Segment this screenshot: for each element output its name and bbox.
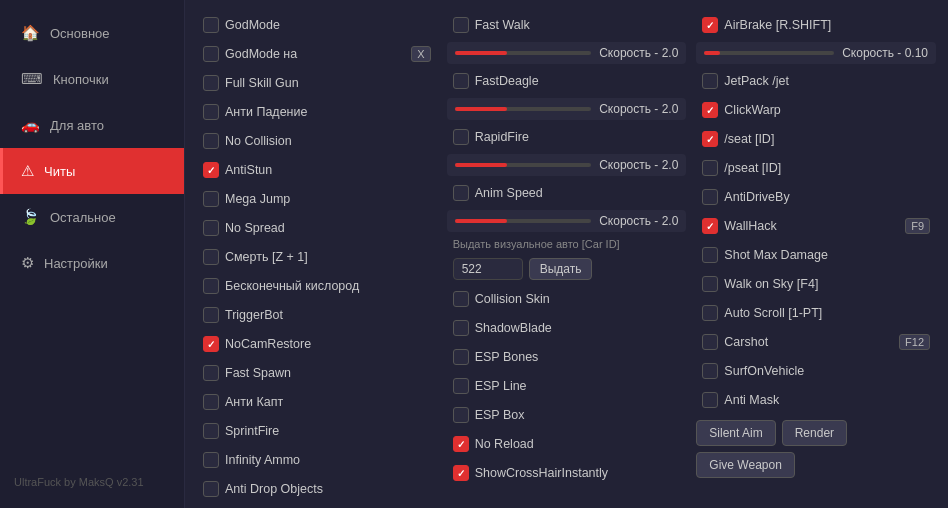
cheat-row-anti-mask[interactable]: Anti Mask (696, 387, 936, 413)
slider-row-speed5[interactable]: Скорость - 0.10 (696, 42, 936, 64)
checkbox-anim-speed[interactable] (453, 185, 469, 201)
cheat-row-anti-fall[interactable]: Анти Падение (197, 99, 437, 125)
checkbox-godmode-na[interactable] (203, 46, 219, 62)
checkbox-oxygen[interactable] (203, 278, 219, 294)
checkbox-smert[interactable] (203, 249, 219, 265)
render-button[interactable]: Render (782, 420, 847, 446)
checkbox-esp-line[interactable] (453, 378, 469, 394)
cheat-row-rapidfire[interactable]: RapidFire (447, 124, 687, 150)
checkbox-fast-spawn[interactable] (203, 365, 219, 381)
cheat-row-clickwarp[interactable]: ClickWarp (696, 97, 936, 123)
cheat-row-pseat[interactable]: /pseat [ID] (696, 155, 936, 181)
checkbox-pseat[interactable] (702, 160, 718, 176)
cheat-row-sprintfire[interactable]: SprintFire (197, 418, 437, 444)
cheat-row-wallhack[interactable]: WallHackF9 (696, 213, 936, 239)
cheat-row-shadowblade[interactable]: ShadowBlade (447, 315, 687, 341)
checkbox-nocamrestore[interactable] (203, 336, 219, 352)
cheat-row-oxygen[interactable]: Бесконечный кислород (197, 273, 437, 299)
sidebar-item-car[interactable]: 🚗Для авто (0, 102, 184, 148)
slider-row-speed3[interactable]: Скорость - 2.0 (447, 154, 687, 176)
sidebar-item-cheats[interactable]: ⚠Читы (0, 148, 184, 194)
cheat-row-nocamrestore[interactable]: NoCamRestore (197, 331, 437, 357)
checkbox-wallhack[interactable] (702, 218, 718, 234)
checkbox-infinity-ammo[interactable] (203, 452, 219, 468)
cheat-row-no-reload[interactable]: No Reload (447, 431, 687, 457)
checkbox-godmode[interactable] (203, 17, 219, 33)
checkbox-anti-drop[interactable] (203, 481, 219, 497)
slider-bar-speed1[interactable] (455, 51, 592, 55)
cheat-row-airbrake[interactable]: AirBrake [R.SHIFT] (696, 12, 936, 38)
checkbox-shadowblade[interactable] (453, 320, 469, 336)
cheat-row-carshot[interactable]: CarshotF12 (696, 329, 936, 355)
checkbox-antistun[interactable] (203, 162, 219, 178)
checkbox-walk-on-sky[interactable] (702, 276, 718, 292)
checkbox-rapidfire[interactable] (453, 129, 469, 145)
checkbox-esp-box[interactable] (453, 407, 469, 423)
slider-bar-speed3[interactable] (455, 163, 592, 167)
cheat-row-seat[interactable]: /seat [ID] (696, 126, 936, 152)
cheat-row-esp-bones[interactable]: ESP Bones (447, 344, 687, 370)
checkbox-mega-jump[interactable] (203, 191, 219, 207)
checkbox-show-crosshair[interactable] (453, 465, 469, 481)
give-weapon-button[interactable]: Give Weapon (696, 452, 795, 478)
cheat-row-anti-drop[interactable]: Anti Drop Objects (197, 476, 437, 502)
checkbox-surf-on-vehicle[interactable] (702, 363, 718, 379)
checkbox-anti-capt[interactable] (203, 394, 219, 410)
cheat-row-shot-max[interactable]: Shot Max Damage (696, 242, 936, 268)
checkbox-esp-bones[interactable] (453, 349, 469, 365)
cheat-row-no-spread[interactable]: No Spread (197, 215, 437, 241)
checkbox-anti-fall[interactable] (203, 104, 219, 120)
checkbox-antidriveby[interactable] (702, 189, 718, 205)
checkbox-no-spread[interactable] (203, 220, 219, 236)
slider-bar-speed5[interactable] (704, 51, 834, 55)
checkbox-collision-skin[interactable] (453, 291, 469, 307)
cheat-row-godmode[interactable]: GodMode (197, 12, 437, 38)
checkbox-clickwarp[interactable] (702, 102, 718, 118)
give-car-input[interactable] (453, 258, 523, 280)
checkbox-sprintfire[interactable] (203, 423, 219, 439)
slider-row-speed4[interactable]: Скорость - 2.0 (447, 210, 687, 232)
cheat-row-collision-skin[interactable]: Collision Skin (447, 286, 687, 312)
cheat-row-fast-walk[interactable]: Fast Walk (447, 12, 687, 38)
cheat-row-anim-speed[interactable]: Anim Speed (447, 180, 687, 206)
sidebar-item-other[interactable]: 🍃Остальное (0, 194, 184, 240)
cheat-row-no-collision[interactable]: No Collision (197, 128, 437, 154)
cheat-row-jetpack[interactable]: JetPack /jet (696, 68, 936, 94)
slider-bar-speed4[interactable] (455, 219, 592, 223)
cheat-row-antidriveby[interactable]: AntiDriveBy (696, 184, 936, 210)
cheat-row-infinity-ammo[interactable]: Infinity Ammo (197, 447, 437, 473)
checkbox-full-skill-gun[interactable] (203, 75, 219, 91)
sidebar-item-main[interactable]: 🏠Основное (0, 10, 184, 56)
cheat-row-esp-line[interactable]: ESP Line (447, 373, 687, 399)
cheat-row-godmode-na[interactable]: GodMode наX (197, 41, 437, 67)
cheat-row-anti-capt[interactable]: Анти Капт (197, 389, 437, 415)
cheat-row-mega-jump[interactable]: Mega Jump (197, 186, 437, 212)
checkbox-carshot[interactable] (702, 334, 718, 350)
checkbox-triggerbot[interactable] (203, 307, 219, 323)
sidebar-item-buttons[interactable]: ⌨Кнопочки (0, 56, 184, 102)
slider-bar-speed2[interactable] (455, 107, 592, 111)
checkbox-jetpack[interactable] (702, 73, 718, 89)
cheat-row-esp-box[interactable]: ESP Box (447, 402, 687, 428)
slider-row-speed2[interactable]: Скорость - 2.0 (447, 98, 687, 120)
cheat-row-smert[interactable]: Смерть [Z + 1] (197, 244, 437, 270)
cheat-row-surf-on-vehicle[interactable]: SurfOnVehicle (696, 358, 936, 384)
slider-row-speed1[interactable]: Скорость - 2.0 (447, 42, 687, 64)
cheat-row-fast-spawn[interactable]: Fast Spawn (197, 360, 437, 386)
checkbox-fastdeagle[interactable] (453, 73, 469, 89)
checkbox-no-reload[interactable] (453, 436, 469, 452)
cheat-row-triggerbot[interactable]: TriggerBot (197, 302, 437, 328)
silent-aim-button[interactable]: Silent Aim (696, 420, 775, 446)
cheat-row-walk-on-sky[interactable]: Walk on Sky [F4] (696, 271, 936, 297)
cheat-row-fastdeagle[interactable]: FastDeagle (447, 68, 687, 94)
cheat-row-show-crosshair[interactable]: ShowCrossHairInstantly (447, 460, 687, 486)
checkbox-airbrake[interactable] (702, 17, 718, 33)
sidebar-item-settings[interactable]: ⚙Настройки (0, 240, 184, 286)
cheat-row-antistun[interactable]: AntiStun (197, 157, 437, 183)
cheat-row-auto-scroll[interactable]: Auto Scroll [1-PT] (696, 300, 936, 326)
cheat-row-full-skill-gun[interactable]: Full Skill Gun (197, 70, 437, 96)
checkbox-no-collision[interactable] (203, 133, 219, 149)
checkbox-auto-scroll[interactable] (702, 305, 718, 321)
give-car-button[interactable]: Выдать (529, 258, 593, 280)
checkbox-anti-mask[interactable] (702, 392, 718, 408)
